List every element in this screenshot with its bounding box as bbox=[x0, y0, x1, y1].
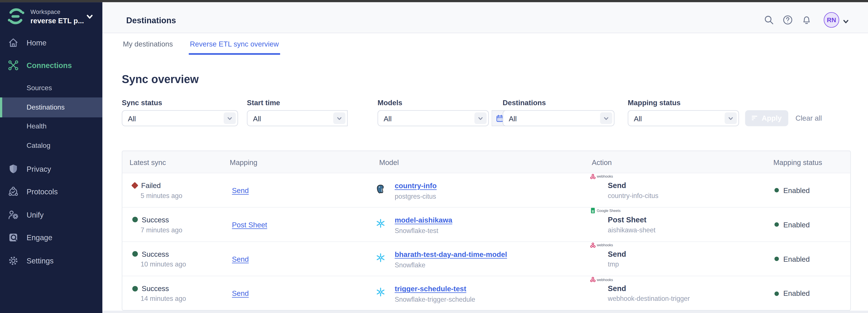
help-icon[interactable] bbox=[783, 15, 793, 25]
sidebar-item-health[interactable]: Health bbox=[0, 116, 102, 136]
apply-button[interactable]: Apply bbox=[745, 110, 788, 126]
model-link[interactable]: model-aishikawa bbox=[395, 216, 452, 224]
destinations-select[interactable]: All bbox=[503, 110, 615, 126]
tab-reverse-etl-sync-overview[interactable]: Reverse ETL sync overview bbox=[190, 40, 279, 48]
workspace-label: Workspace bbox=[30, 8, 60, 15]
column-header: Latest sync bbox=[129, 158, 166, 166]
chevron-down-icon[interactable] bbox=[724, 113, 737, 124]
mapping-link[interactable]: Send bbox=[232, 186, 249, 194]
sidebar-item-label: Unify bbox=[27, 211, 43, 219]
model-link[interactable]: country-info bbox=[395, 181, 437, 190]
action-target: aishikawa-sheet bbox=[608, 226, 655, 234]
filter-icon bbox=[752, 114, 758, 122]
action-name: Post Sheet bbox=[608, 215, 655, 224]
sidebar-item-label: Home bbox=[27, 38, 46, 47]
sync-status-text: Success bbox=[142, 284, 169, 292]
protocols-icon bbox=[8, 186, 19, 197]
page-title: Destinations bbox=[126, 15, 176, 25]
chevron-down-icon[interactable] bbox=[224, 113, 236, 124]
avatar-initials: RN bbox=[827, 17, 836, 23]
column-header: Mapping status bbox=[773, 158, 822, 166]
model-link[interactable]: bharath-test-day-and-time-model bbox=[395, 250, 507, 258]
model-cell: bharath-test-day-and-time-model Snowflak… bbox=[395, 249, 507, 269]
latest-sync-cell: Success 10 minutes ago bbox=[132, 250, 186, 268]
mapping-link[interactable]: Post Sheet bbox=[232, 220, 267, 229]
sidebar-item-sources[interactable]: Sources bbox=[0, 78, 102, 98]
table-row: Success 7 minutes ago Post Sheet model-a… bbox=[122, 208, 850, 242]
select-value: All bbox=[253, 115, 261, 123]
enabled-status-icon bbox=[775, 222, 779, 227]
action-cell: Send tmp bbox=[608, 250, 626, 268]
chevron-down-icon[interactable] bbox=[474, 113, 487, 124]
column-header: Mapping bbox=[230, 158, 257, 166]
workspace-switcher[interactable]: Workspace reverse ETL p... bbox=[0, 5, 102, 29]
snowflake-icon bbox=[376, 218, 385, 228]
rudderstack-logo-icon bbox=[7, 7, 25, 28]
page-background-strip bbox=[102, 311, 868, 313]
latest-sync-cell: Failed 5 minutes ago bbox=[132, 181, 182, 199]
action-logo: webhooks bbox=[590, 275, 613, 284]
sync-time: 7 minutes ago bbox=[141, 226, 182, 234]
table-row: Failed 5 minutes ago Send country-info p… bbox=[122, 173, 850, 208]
failed-status-icon bbox=[131, 182, 138, 189]
sidebar-item-destinations[interactable]: Destinations bbox=[0, 97, 102, 117]
search-icon[interactable] bbox=[764, 15, 774, 25]
webhooks-icon bbox=[590, 240, 595, 250]
sidebar-item-label: Catalog bbox=[27, 142, 51, 150]
mapping-link[interactable]: Send bbox=[232, 289, 249, 298]
table-row: Success 14 minutes ago Send trigger-sche… bbox=[122, 276, 850, 311]
tab-bar: My destinations Reverse ETL sync overvie… bbox=[102, 33, 868, 55]
sidebar-item-catalog[interactable]: Catalog bbox=[0, 136, 102, 156]
latest-sync-cell: Success 14 minutes ago bbox=[132, 284, 186, 303]
sidebar-item-connections[interactable]: Connections bbox=[0, 56, 102, 75]
chevron-down-icon[interactable] bbox=[86, 13, 94, 23]
chevron-down-icon[interactable] bbox=[600, 113, 612, 124]
select-value: All bbox=[128, 115, 136, 123]
filter-label: Models bbox=[377, 98, 402, 107]
filter-label: Sync status bbox=[122, 98, 162, 107]
sidebar-item-privacy[interactable]: Privacy bbox=[0, 159, 102, 179]
mapping-link[interactable]: Send bbox=[232, 255, 249, 263]
chevron-down-icon[interactable] bbox=[333, 113, 345, 124]
sync-status-text: Failed bbox=[141, 181, 161, 189]
models-select[interactable]: All bbox=[377, 110, 489, 126]
model-cell: model-aishikawa Snowflake-test bbox=[395, 215, 452, 234]
start-time-select[interactable]: All bbox=[247, 110, 348, 126]
success-status-icon bbox=[132, 286, 138, 291]
clear-all-link[interactable]: Clear all bbox=[796, 114, 822, 122]
mapping-status-text: Enabled bbox=[783, 186, 810, 194]
sync-time: 10 minutes ago bbox=[141, 260, 186, 268]
sync-time: 14 minutes ago bbox=[141, 295, 186, 303]
action-name: Send bbox=[608, 250, 626, 258]
sidebar-item-settings[interactable]: Settings bbox=[0, 251, 102, 271]
sidebar-item-label: Sources bbox=[27, 84, 52, 92]
unify-icon bbox=[8, 209, 19, 220]
tab-my-destinations[interactable]: My destinations bbox=[123, 40, 173, 48]
mapping-status-text: Enabled bbox=[783, 220, 810, 229]
sync-status-select[interactable]: All bbox=[122, 110, 238, 126]
sidebar-item-protocols[interactable]: Protocols bbox=[0, 182, 102, 201]
mapping-status-select[interactable]: All bbox=[628, 110, 739, 126]
model-source: Snowflake bbox=[395, 261, 507, 269]
model-link[interactable]: trigger-schedule-test bbox=[395, 284, 466, 293]
model-source: Snowflake-trigger-schedule bbox=[395, 295, 475, 304]
sync-table: Latest sync Mapping Model Action Mapping… bbox=[122, 151, 851, 311]
avatar[interactable]: RN bbox=[824, 12, 839, 28]
action-cell: Post Sheet aishikawa-sheet bbox=[608, 215, 655, 234]
sidebar-item-unify[interactable]: Unify bbox=[0, 205, 102, 225]
top-bar: Destinations RN bbox=[102, 2, 868, 33]
bell-icon[interactable] bbox=[802, 15, 811, 25]
apply-label: Apply bbox=[762, 114, 782, 122]
action-logo: Google Sheets bbox=[590, 206, 620, 216]
action-cell: Send country-info-citus bbox=[608, 181, 658, 199]
sidebar-item-label: Destinations bbox=[27, 103, 65, 111]
snowflake-icon bbox=[376, 253, 385, 262]
latest-sync-cell: Success 7 minutes ago bbox=[132, 215, 182, 234]
workspace-name: reverse ETL p... bbox=[30, 17, 84, 25]
enabled-status-icon bbox=[775, 291, 779, 295]
sidebar-item-home[interactable]: Home bbox=[0, 33, 102, 53]
chevron-down-icon[interactable] bbox=[843, 17, 849, 27]
action-target: tmp bbox=[608, 260, 626, 268]
success-status-icon bbox=[132, 217, 138, 222]
sidebar-item-engage[interactable]: Engage bbox=[0, 227, 102, 248]
